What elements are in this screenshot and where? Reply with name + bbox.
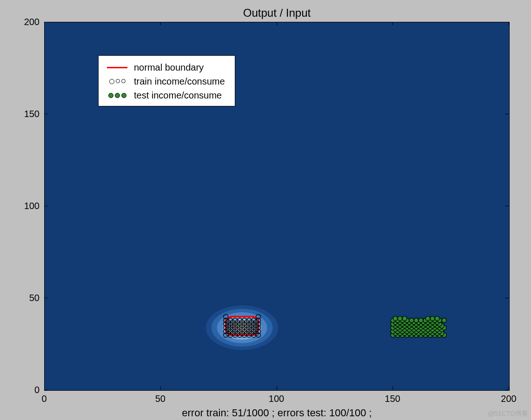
svg-point-116 [407,327,412,332]
svg-point-106 [409,329,414,334]
svg-point-88 [432,333,437,337]
svg-point-86 [423,333,428,337]
svg-point-98 [425,331,430,335]
svg-point-24 [256,329,261,334]
svg-point-54 [249,331,254,335]
svg-point-12 [238,333,242,337]
svg-point-139 [407,323,412,328]
svg-point-59 [240,327,245,332]
svg-point-61 [249,327,254,332]
svg-point-159 [398,320,402,324]
svg-point-23 [252,329,256,334]
svg-point-56 [226,327,231,332]
svg-point-2 [212,309,273,347]
svg-point-10 [228,333,233,337]
svg-point-62 [254,327,259,332]
svg-point-1 [206,305,279,350]
svg-point-18 [228,329,233,334]
svg-point-107 [414,329,418,334]
svg-point-37 [242,322,247,326]
y-tick-label: 150 [12,109,40,119]
svg-point-171 [405,318,409,323]
svg-point-87 [428,333,432,337]
svg-point-182 [402,316,407,321]
svg-point-80 [395,333,400,337]
svg-point-50 [231,331,235,335]
svg-point-0 [200,302,284,354]
svg-point-52 [240,331,245,335]
svg-point-76 [254,320,259,324]
svg-point-173 [414,318,418,323]
svg-point-108 [418,329,423,334]
svg-point-169 [395,318,400,323]
svg-point-134 [437,325,442,330]
svg-point-162 [412,320,416,324]
svg-point-140 [412,323,416,328]
svg-point-117 [412,327,416,332]
svg-point-109 [423,329,428,334]
svg-point-83 [409,333,414,337]
svg-point-149 [400,322,405,326]
svg-point-114 [398,327,402,332]
svg-point-4 [223,315,262,340]
x-tick-label: 100 [269,394,284,404]
svg-point-96 [416,331,421,335]
svg-point-128 [409,325,414,330]
svg-point-161 [407,320,412,324]
svg-point-185 [435,316,439,321]
chart-title: Output / Input [44,7,510,20]
svg-point-5 [228,319,256,336]
svg-point-72 [235,320,240,324]
svg-point-78 [256,315,261,319]
svg-point-174 [418,318,423,323]
svg-point-172 [409,318,414,323]
svg-point-31 [252,325,256,330]
svg-point-26 [228,325,233,330]
svg-point-90 [442,333,446,337]
svg-point-9 [224,333,228,337]
svg-point-49 [226,331,231,335]
svg-point-69 [254,323,259,328]
svg-point-126 [400,325,405,330]
svg-point-44 [238,318,242,323]
svg-point-11 [233,333,238,337]
svg-point-43 [233,318,238,323]
svg-point-122 [435,327,439,332]
svg-point-153 [418,322,423,326]
svg-point-135 [442,325,446,330]
svg-point-156 [432,322,437,326]
legend-label: test income/consume [134,90,222,101]
svg-point-64 [231,323,235,328]
y-tick-label: 200 [12,17,40,27]
svg-point-74 [245,320,249,324]
svg-point-33 [224,322,228,326]
svg-point-70 [226,320,231,324]
svg-point-94 [407,331,412,335]
svg-point-82 [405,333,409,337]
plot-area: normal boundary train income/consume tes… [44,22,510,391]
svg-point-164 [421,320,425,324]
svg-point-142 [421,323,425,328]
svg-point-39 [252,322,256,326]
svg-point-73 [240,320,245,324]
svg-point-136 [393,323,398,328]
svg-point-130 [418,325,423,330]
svg-point-93 [402,331,407,335]
svg-point-55 [254,331,259,335]
svg-point-129 [414,325,418,330]
svg-point-137 [398,323,402,328]
svg-point-103 [395,329,400,334]
svg-point-152 [414,322,418,326]
svg-point-51 [235,331,240,335]
svg-point-14 [247,333,252,337]
svg-point-110 [428,329,432,334]
svg-point-60 [245,327,249,332]
legend-filled-circles [108,93,126,98]
svg-point-141 [416,323,421,328]
svg-point-118 [416,327,421,332]
svg-point-77 [224,315,228,319]
x-tick-label: 200 [501,394,516,404]
svg-point-22 [247,329,252,334]
svg-point-47 [252,318,256,323]
svg-point-143 [425,323,430,328]
